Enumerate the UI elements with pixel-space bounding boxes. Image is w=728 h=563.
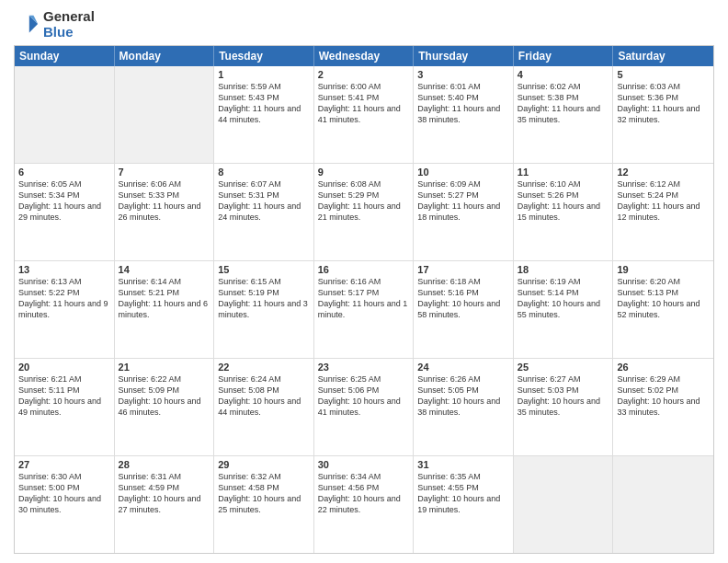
day-details: Sunrise: 6:14 AM Sunset: 5:21 PM Dayligh… [119, 276, 210, 321]
calendar-day-22: 22Sunrise: 6:24 AM Sunset: 5:08 PM Dayli… [214, 359, 314, 455]
header-day-saturday: Saturday [613, 46, 713, 66]
day-details: Sunrise: 6:01 AM Sunset: 5:40 PM Dayligh… [417, 81, 509, 126]
day-number: 13 [18, 264, 110, 275]
calendar-day-19: 19Sunrise: 6:20 AM Sunset: 5:13 PM Dayli… [613, 261, 713, 358]
calendar-day-16: 16Sunrise: 6:16 AM Sunset: 5:17 PM Dayli… [314, 261, 415, 358]
header-day-sunday: Sunday [15, 46, 115, 66]
calendar-day-11: 11Sunrise: 6:10 AM Sunset: 5:26 PM Dayli… [514, 164, 614, 260]
day-number: 6 [18, 167, 110, 178]
calendar-day-14: 14Sunrise: 6:14 AM Sunset: 5:21 PM Dayli… [115, 261, 215, 358]
day-details: Sunrise: 6:09 AM Sunset: 5:27 PM Dayligh… [417, 178, 509, 224]
day-details: Sunrise: 6:21 AM Sunset: 5:11 PM Dayligh… [18, 373, 110, 419]
day-number: 24 [417, 362, 509, 373]
day-details: Sunrise: 6:15 AM Sunset: 5:19 PM Dayligh… [218, 276, 310, 321]
calendar-week-4: 20Sunrise: 6:21 AM Sunset: 5:11 PM Dayli… [15, 359, 713, 456]
day-number: 3 [417, 69, 509, 80]
calendar-day-18: 18Sunrise: 6:19 AM Sunset: 5:14 PM Dayli… [514, 261, 614, 358]
calendar-day-23: 23Sunrise: 6:25 AM Sunset: 5:06 PM Dayli… [314, 359, 415, 455]
day-number: 28 [119, 459, 210, 470]
day-details: Sunrise: 6:26 AM Sunset: 5:05 PM Dayligh… [417, 373, 509, 419]
logo: General Blue [14, 9, 95, 40]
day-number: 23 [318, 362, 410, 373]
calendar-empty-cell [613, 456, 713, 553]
day-number: 16 [318, 264, 410, 275]
calendar-body: 1Sunrise: 5:59 AM Sunset: 5:43 PM Daylig… [15, 66, 713, 553]
calendar-day-27: 27Sunrise: 6:30 AM Sunset: 5:00 PM Dayli… [15, 456, 115, 553]
day-details: Sunrise: 6:22 AM Sunset: 5:09 PM Dayligh… [119, 373, 210, 419]
calendar-day-6: 6Sunrise: 6:05 AM Sunset: 5:34 PM Daylig… [15, 164, 115, 260]
day-details: Sunrise: 6:13 AM Sunset: 5:22 PM Dayligh… [18, 276, 110, 321]
day-number: 29 [218, 459, 310, 470]
day-details: Sunrise: 6:02 AM Sunset: 5:38 PM Dayligh… [518, 81, 609, 126]
header-day-monday: Monday [115, 46, 215, 66]
day-details: Sunrise: 6:27 AM Sunset: 5:03 PM Dayligh… [518, 373, 609, 419]
header: General Blue [14, 9, 714, 40]
calendar-day-3: 3Sunrise: 6:01 AM Sunset: 5:40 PM Daylig… [414, 66, 514, 163]
calendar-day-29: 29Sunrise: 6:32 AM Sunset: 4:58 PM Dayli… [214, 456, 314, 553]
logo-text: General Blue [43, 9, 95, 40]
day-number: 1 [218, 69, 310, 80]
day-number: 26 [617, 362, 710, 373]
day-number: 7 [119, 167, 210, 178]
day-details: Sunrise: 6:35 AM Sunset: 4:55 PM Dayligh… [417, 471, 509, 516]
day-details: Sunrise: 6:03 AM Sunset: 5:36 PM Dayligh… [617, 81, 710, 126]
calendar-week-1: 1Sunrise: 5:59 AM Sunset: 5:43 PM Daylig… [15, 66, 713, 164]
header-day-wednesday: Wednesday [314, 46, 415, 66]
calendar-week-3: 13Sunrise: 6:13 AM Sunset: 5:22 PM Dayli… [15, 261, 713, 359]
calendar-day-8: 8Sunrise: 6:07 AM Sunset: 5:31 PM Daylig… [214, 164, 314, 260]
day-details: Sunrise: 6:24 AM Sunset: 5:08 PM Dayligh… [218, 373, 310, 419]
calendar-day-26: 26Sunrise: 6:29 AM Sunset: 5:02 PM Dayli… [613, 359, 713, 455]
calendar-week-2: 6Sunrise: 6:05 AM Sunset: 5:34 PM Daylig… [15, 164, 713, 261]
day-number: 12 [617, 167, 710, 178]
day-details: Sunrise: 6:08 AM Sunset: 5:29 PM Dayligh… [318, 178, 410, 224]
day-number: 27 [18, 459, 110, 470]
calendar-day-24: 24Sunrise: 6:26 AM Sunset: 5:05 PM Dayli… [414, 359, 514, 455]
day-details: Sunrise: 6:19 AM Sunset: 5:14 PM Dayligh… [518, 276, 609, 321]
calendar-empty-cell [514, 456, 614, 553]
calendar-day-5: 5Sunrise: 6:03 AM Sunset: 5:36 PM Daylig… [613, 66, 713, 163]
calendar: SundayMondayTuesdayWednesdayThursdayFrid… [14, 45, 714, 554]
day-details: Sunrise: 6:10 AM Sunset: 5:26 PM Dayligh… [518, 178, 609, 224]
calendar-day-9: 9Sunrise: 6:08 AM Sunset: 5:29 PM Daylig… [314, 164, 415, 260]
calendar-day-17: 17Sunrise: 6:18 AM Sunset: 5:16 PM Dayli… [414, 261, 514, 358]
day-number: 20 [18, 362, 110, 373]
day-details: Sunrise: 6:05 AM Sunset: 5:34 PM Dayligh… [18, 178, 110, 224]
day-number: 30 [318, 459, 410, 470]
header-day-friday: Friday [514, 46, 614, 66]
calendar-day-7: 7Sunrise: 6:06 AM Sunset: 5:33 PM Daylig… [115, 164, 215, 260]
calendar-day-12: 12Sunrise: 6:12 AM Sunset: 5:24 PM Dayli… [613, 164, 713, 260]
logo-icon [14, 12, 40, 38]
calendar-day-31: 31Sunrise: 6:35 AM Sunset: 4:55 PM Dayli… [414, 456, 514, 553]
day-number: 5 [617, 69, 710, 80]
day-details: Sunrise: 6:29 AM Sunset: 5:02 PM Dayligh… [617, 373, 710, 419]
calendar-day-25: 25Sunrise: 6:27 AM Sunset: 5:03 PM Dayli… [514, 359, 614, 455]
day-details: Sunrise: 6:00 AM Sunset: 5:41 PM Dayligh… [318, 81, 410, 126]
calendar-day-4: 4Sunrise: 6:02 AM Sunset: 5:38 PM Daylig… [514, 66, 614, 163]
day-number: 14 [119, 264, 210, 275]
calendar-day-21: 21Sunrise: 6:22 AM Sunset: 5:09 PM Dayli… [115, 359, 215, 455]
calendar-day-13: 13Sunrise: 6:13 AM Sunset: 5:22 PM Dayli… [15, 261, 115, 358]
day-number: 10 [417, 167, 509, 178]
day-details: Sunrise: 6:20 AM Sunset: 5:13 PM Dayligh… [617, 276, 710, 321]
day-number: 25 [518, 362, 609, 373]
day-details: Sunrise: 6:30 AM Sunset: 5:00 PM Dayligh… [18, 471, 110, 516]
day-details: Sunrise: 5:59 AM Sunset: 5:43 PM Dayligh… [218, 81, 310, 126]
calendar-day-15: 15Sunrise: 6:15 AM Sunset: 5:19 PM Dayli… [214, 261, 314, 358]
day-details: Sunrise: 6:12 AM Sunset: 5:24 PM Dayligh… [617, 178, 710, 224]
header-day-thursday: Thursday [414, 46, 514, 66]
day-number: 11 [518, 167, 609, 178]
day-number: 18 [518, 264, 609, 275]
day-number: 9 [318, 167, 410, 178]
calendar-week-5: 27Sunrise: 6:30 AM Sunset: 5:00 PM Dayli… [15, 456, 713, 553]
day-details: Sunrise: 6:31 AM Sunset: 4:59 PM Dayligh… [119, 471, 210, 516]
day-details: Sunrise: 6:34 AM Sunset: 4:56 PM Dayligh… [318, 471, 410, 516]
calendar-empty-cell [115, 66, 215, 163]
day-details: Sunrise: 6:32 AM Sunset: 4:58 PM Dayligh… [218, 471, 310, 516]
header-day-tuesday: Tuesday [214, 46, 314, 66]
day-number: 8 [218, 167, 310, 178]
calendar-header: SundayMondayTuesdayWednesdayThursdayFrid… [15, 46, 713, 66]
calendar-day-2: 2Sunrise: 6:00 AM Sunset: 5:41 PM Daylig… [314, 66, 415, 163]
calendar-day-10: 10Sunrise: 6:09 AM Sunset: 5:27 PM Dayli… [414, 164, 514, 260]
day-details: Sunrise: 6:16 AM Sunset: 5:17 PM Dayligh… [318, 276, 410, 321]
day-details: Sunrise: 6:18 AM Sunset: 5:16 PM Dayligh… [417, 276, 509, 321]
